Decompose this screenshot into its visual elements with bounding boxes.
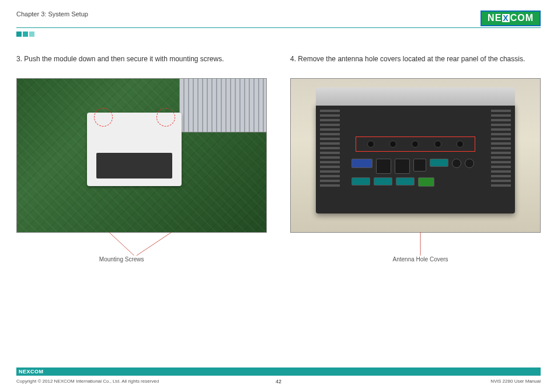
screw-highlight-circle bbox=[156, 108, 175, 127]
caption-mounting-screws: Mounting Screws bbox=[99, 256, 144, 262]
manual-name: NViS 2280 User Manual bbox=[490, 379, 541, 384]
chassis-graphic bbox=[316, 103, 516, 214]
terminal-block-icon bbox=[418, 177, 434, 187]
footer-bar: NEXCOM bbox=[16, 368, 541, 376]
usb-port-icon bbox=[376, 159, 391, 174]
page-number: 42 bbox=[276, 379, 281, 384]
square-icon bbox=[16, 32, 22, 37]
serial-port-icon bbox=[351, 177, 370, 186]
left-column: 3. Push the module down and then secure … bbox=[16, 54, 267, 268]
antenna-hole-icon bbox=[434, 141, 441, 148]
svg-line-1 bbox=[137, 232, 172, 256]
figure-antenna-covers bbox=[290, 78, 541, 233]
step-3-text: 3. Push the module down and then secure … bbox=[16, 54, 267, 64]
antenna-hole-icon bbox=[457, 141, 464, 148]
copyright-text: Copyright © 2012 NEXCOM International Co… bbox=[16, 379, 159, 384]
rear-ports-graphic bbox=[351, 159, 479, 203]
heatsink-fins-icon bbox=[491, 110, 511, 187]
chapter-title: Chapter 3: System Setup bbox=[16, 10, 88, 18]
screw-highlight-circle bbox=[94, 108, 113, 127]
vga-port-icon bbox=[351, 159, 373, 168]
antenna-holes-highlight bbox=[356, 136, 475, 152]
caption-antenna-covers: Antenna Hole Covers bbox=[393, 256, 448, 262]
heatsink-fins-icon bbox=[320, 110, 340, 187]
brand-logo: NEXCOM bbox=[481, 10, 541, 26]
antenna-hole-icon bbox=[367, 141, 374, 148]
page-header: Chapter 3: System Setup NEXCOM bbox=[16, 10, 541, 28]
figure-mounting-screws bbox=[16, 78, 267, 233]
content-columns: 3. Push the module down and then secure … bbox=[16, 54, 541, 268]
right-caption-area: Antenna Hole Covers bbox=[290, 233, 541, 268]
ps2-port-icon bbox=[465, 159, 474, 168]
usb-port-icon bbox=[395, 159, 410, 174]
heatsink-graphic bbox=[179, 78, 267, 132]
serial-port-icon bbox=[396, 177, 415, 186]
step-4-text: 4. Remove the antenna hole covers locate… bbox=[290, 54, 541, 64]
footer-text-row: Copyright © 2012 NEXCOM International Co… bbox=[16, 379, 541, 384]
decorative-squares bbox=[16, 32, 541, 37]
footer-logo: NEXCOM bbox=[19, 369, 44, 374]
square-icon bbox=[29, 32, 34, 37]
left-caption-area: Mounting Screws bbox=[16, 233, 267, 268]
svg-line-0 bbox=[109, 232, 134, 256]
logo-x-icon: X bbox=[502, 14, 509, 22]
antenna-hole-icon bbox=[389, 141, 396, 148]
antenna-hole-icon bbox=[412, 141, 419, 148]
ethernet-port-icon bbox=[413, 159, 426, 172]
ps2-port-icon bbox=[452, 159, 461, 168]
serial-port-icon bbox=[374, 177, 392, 186]
serial-port-icon bbox=[430, 159, 448, 167]
right-column: 4. Remove the antenna hole covers locate… bbox=[290, 54, 541, 268]
square-icon bbox=[23, 32, 28, 37]
